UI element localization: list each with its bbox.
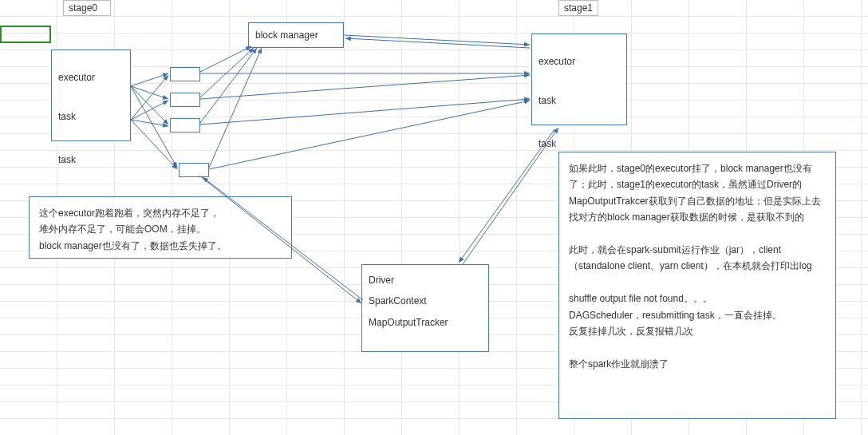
svg-line-13 bbox=[200, 75, 530, 99]
shuffle-block-1 bbox=[170, 67, 200, 81]
block-manager: block manager bbox=[248, 22, 344, 48]
diagram-canvas: stage0 stage1 executor task task block m… bbox=[0, 0, 868, 435]
shuffle-block-3 bbox=[170, 118, 200, 132]
executor-right-task1: task bbox=[539, 93, 620, 109]
stage1-label: stage1 bbox=[558, 0, 598, 16]
executor-left-task1: task bbox=[58, 109, 124, 125]
svg-line-1 bbox=[131, 86, 168, 99]
driver-box: Driver SparkContext MapOutputTracker bbox=[361, 264, 489, 352]
selected-cell bbox=[0, 26, 51, 43]
svg-line-4 bbox=[131, 75, 168, 120]
svg-line-9 bbox=[200, 48, 254, 97]
executor-right: executor task task bbox=[531, 34, 627, 125]
svg-line-6 bbox=[131, 120, 168, 126]
svg-line-5 bbox=[131, 101, 168, 120]
driver-line2: SparkContext bbox=[369, 291, 482, 311]
executor-left: executor task task bbox=[51, 49, 131, 141]
svg-line-8 bbox=[200, 46, 251, 72]
shuffle-block-2 bbox=[170, 93, 200, 107]
svg-line-11 bbox=[209, 48, 262, 168]
executor-left-task2: task bbox=[58, 152, 124, 168]
svg-line-2 bbox=[131, 86, 168, 125]
svg-line-0 bbox=[131, 73, 168, 86]
driver-line3: MapOutputTracker bbox=[369, 312, 482, 333]
svg-line-17 bbox=[345, 38, 530, 48]
executor-right-title: executor bbox=[539, 54, 620, 69]
svg-line-14 bbox=[200, 99, 530, 125]
svg-line-10 bbox=[200, 48, 257, 123]
executor-left-title: executor bbox=[58, 70, 124, 85]
note-left: 这个executor跑着跑着，突然内存不足了， 堆外内存不足了，可能会OOM，挂… bbox=[29, 196, 292, 259]
shuffle-block-4 bbox=[179, 163, 209, 177]
block-manager-label: block manager bbox=[255, 30, 318, 41]
svg-line-15 bbox=[209, 101, 530, 169]
stage0-label: stage0 bbox=[63, 0, 111, 16]
driver-line1: Driver bbox=[369, 270, 482, 291]
svg-line-16 bbox=[344, 35, 530, 45]
executor-right-task2: task bbox=[539, 136, 620, 152]
note-right: 如果此时，stage0的executor挂了，block manager也没有了… bbox=[558, 152, 836, 419]
